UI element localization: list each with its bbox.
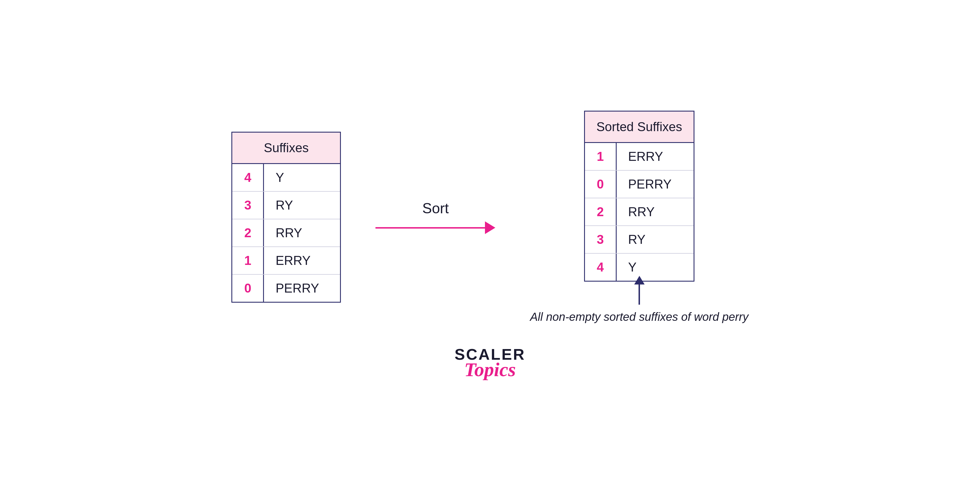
- arrow-line: [375, 227, 485, 229]
- row-index: 2: [585, 198, 617, 225]
- suffixes-header: Suffixes: [232, 132, 340, 164]
- table-row: 0 PERRY: [585, 171, 694, 198]
- diagram-row: Suffixes 4 Y 3 RY 2 RRY 1 ERRY 0 PERRY S…: [231, 111, 748, 323]
- table-row: 2 RRY: [232, 220, 340, 247]
- row-value: RRY: [617, 198, 694, 225]
- brand-topics: Topics: [464, 360, 516, 379]
- table-row: 2 RRY: [585, 198, 694, 226]
- row-value: ERRY: [617, 143, 694, 170]
- table-row: 0 PERRY: [232, 275, 340, 302]
- row-index: 0: [232, 275, 264, 302]
- annotation-arrow-up: [634, 276, 644, 305]
- row-value: ERRY: [264, 247, 340, 274]
- sorted-suffixes-header: Sorted Suffixes: [584, 111, 694, 143]
- sort-section: Sort: [375, 200, 495, 234]
- suffixes-table: Suffixes 4 Y 3 RY 2 RRY 1 ERRY 0 PERRY: [231, 132, 341, 303]
- sort-arrow: [375, 221, 495, 234]
- sorted-annotation-wrapper: Sorted Suffixes 1 ERRY 0 PERRY 2 RRY 3 R…: [530, 111, 748, 323]
- table-row: 3 RY: [232, 192, 340, 220]
- row-index: 0: [585, 171, 617, 198]
- annotation-arrow-shaft: [638, 285, 640, 305]
- row-index: 3: [585, 226, 617, 253]
- row-index: 1: [232, 247, 264, 274]
- table-row: 1 ERRY: [585, 143, 694, 171]
- row-value: RRY: [264, 220, 340, 247]
- row-value: PERRY: [617, 171, 694, 198]
- row-value: PERRY: [264, 275, 340, 302]
- sorted-suffixes-table: Sorted Suffixes 1 ERRY 0 PERRY 2 RRY 3 R…: [584, 111, 695, 282]
- sorted-suffixes-table-body: 1 ERRY 0 PERRY 2 RRY 3 RY 4 Y: [584, 143, 694, 281]
- main-container: Suffixes 4 Y 3 RY 2 RRY 1 ERRY 0 PERRY S…: [231, 111, 748, 379]
- row-value: RY: [264, 192, 340, 219]
- annotation-section: All non-empty sorted suffixes of word pe…: [530, 276, 748, 323]
- arrow-head: [485, 221, 495, 234]
- table-row: 4 Y: [232, 164, 340, 192]
- row-value: Y: [264, 164, 340, 191]
- sort-label: Sort: [422, 200, 449, 217]
- branding: SCALER Topics: [454, 347, 525, 379]
- table-row: 3 RY: [585, 226, 694, 254]
- row-index: 1: [585, 143, 617, 170]
- annotation-text: All non-empty sorted suffixes of word pe…: [530, 310, 748, 323]
- table-row: 1 ERRY: [232, 247, 340, 275]
- row-index: 4: [232, 164, 264, 191]
- annotation-arrowhead-up: [634, 276, 644, 285]
- row-index: 3: [232, 192, 264, 219]
- row-index: 2: [232, 220, 264, 247]
- row-value: RY: [617, 226, 694, 253]
- suffixes-table-body: 4 Y 3 RY 2 RRY 1 ERRY 0 PERRY: [232, 164, 340, 302]
